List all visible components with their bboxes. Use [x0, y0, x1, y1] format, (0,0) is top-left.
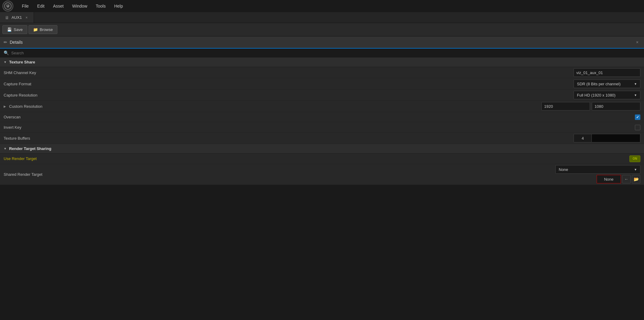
menu-window[interactable]: Window: [69, 2, 91, 10]
texture-buffers-label: Texture Buffers: [4, 134, 337, 142]
capture-resolution-dropdown-value: Full HD (1920 x 1080): [577, 93, 615, 97]
render-target-bottom-row: None ← 📂: [597, 175, 640, 183]
invert-key-value: [337, 124, 640, 131]
shm-channel-key-label: SHM Channel Key: [4, 69, 337, 77]
menu-edit[interactable]: Edit: [34, 2, 48, 10]
overscan-row: Overscan ✓: [0, 112, 644, 122]
use-render-target-row: Use Render Target ON: [0, 154, 644, 164]
shared-render-target-chevron: ▼: [634, 168, 637, 171]
capture-format-dropdown-value: SDR (8 Bits per channel): [577, 82, 621, 86]
custom-resolution-label: ▶ Custom Resolution: [4, 102, 337, 111]
capture-resolution-chevron: ▼: [634, 94, 637, 97]
toolbar: 💾 Save 📁 Browse: [0, 23, 644, 36]
capture-format-value: SDR (8 Bits per channel) ▼: [337, 78, 640, 89]
save-icon: 💾: [7, 27, 12, 32]
capture-format-row: Capture Format SDR (8 Bits per channel) …: [0, 78, 644, 90]
texture-buffers-slider-fill: [592, 134, 640, 142]
save-label: Save: [14, 27, 23, 32]
tab-icon: 🖥: [5, 15, 9, 20]
browse-label: Browse: [40, 27, 53, 32]
details-icon: ✏: [4, 40, 7, 45]
tab-close-button[interactable]: ×: [24, 15, 29, 20]
capture-format-dropdown[interactable]: SDR (8 Bits per channel) ▼: [574, 80, 640, 88]
ue-logo: U: [2, 1, 13, 12]
capture-resolution-dropdown[interactable]: Full HD (1920 x 1080) ▼: [574, 91, 640, 99]
details-close-button[interactable]: ×: [634, 39, 640, 45]
search-icon: 🔍: [4, 50, 9, 55]
menu-asset[interactable]: Asset: [49, 2, 67, 10]
render-target-browse-button[interactable]: 📂: [632, 175, 640, 183]
tab-aux1[interactable]: 🖥 AUX1 ×: [0, 12, 34, 23]
render-target-controls: None ▼ None ← 📂: [555, 165, 640, 183]
texture-buffers-row: Texture Buffers: [0, 133, 644, 144]
details-panel-header: ✏ Details ×: [0, 36, 644, 49]
shm-channel-key-input[interactable]: [574, 68, 640, 77]
custom-resolution-value: [337, 101, 640, 112]
custom-resolution-row: ▶ Custom Resolution: [0, 101, 644, 112]
shm-channel-key-value: [337, 67, 640, 78]
save-button[interactable]: 💾 Save: [2, 25, 27, 34]
capture-resolution-row: Capture Resolution Full HD (1920 x 1080)…: [0, 90, 644, 101]
custom-resolution-height-input[interactable]: [592, 102, 640, 111]
menu-file[interactable]: File: [18, 2, 32, 10]
overscan-label: Overscan: [4, 113, 337, 121]
capture-format-label: Capture Format: [4, 80, 337, 88]
render-target-sharing-chevron: ▼: [4, 147, 7, 150]
search-bar: 🔍: [0, 49, 644, 57]
render-target-sharing-section-header[interactable]: ▼ Render Target Sharing: [0, 144, 644, 154]
capture-format-chevron: ▼: [634, 82, 637, 86]
shared-render-target-label: Shared Render Target: [4, 170, 337, 179]
shm-channel-key-row: SHM Channel Key: [0, 67, 644, 78]
use-render-target-value: ON: [337, 154, 640, 163]
shared-render-target-dropdown-value: None: [559, 167, 568, 172]
shared-render-target-value: None ▼ None ← 📂: [337, 164, 640, 185]
search-input[interactable]: [11, 51, 640, 55]
overscan-value: ✓: [337, 113, 640, 121]
render-target-sharing-title: Render Target Sharing: [9, 146, 51, 151]
invert-key-checkbox[interactable]: [635, 125, 640, 130]
custom-resolution-width-input[interactable]: [541, 102, 590, 111]
texture-buffers-slider-container: [574, 134, 640, 142]
invert-key-label: Invert Key: [4, 123, 337, 131]
shared-render-target-dropdown[interactable]: None ▼: [555, 165, 640, 174]
shared-render-target-row: Shared Render Target None ▼ None ← 📂: [0, 164, 644, 185]
texture-buffers-slider-bar[interactable]: [592, 134, 640, 142]
render-target-top-row: None ▼: [555, 165, 640, 174]
reset-icon: ←: [624, 177, 629, 182]
svg-text:U: U: [7, 4, 9, 8]
texture-share-title: Texture Share: [9, 60, 35, 64]
browse-icon: 📁: [33, 27, 38, 32]
render-target-none-box: None: [597, 175, 621, 183]
tab-bar: 🖥 AUX1 ×: [0, 12, 644, 23]
capture-resolution-label: Capture Resolution: [4, 91, 337, 99]
custom-resolution-expand-icon[interactable]: ▶: [4, 105, 6, 108]
menu-bar: U File Edit Asset Window Tools Help: [0, 0, 644, 12]
details-title: Details: [10, 40, 23, 45]
capture-resolution-value: Full HD (1920 x 1080) ▼: [337, 90, 640, 100]
texture-share-section-header[interactable]: ▼ Texture Share: [0, 57, 644, 67]
texture-buffers-input[interactable]: [574, 134, 592, 142]
menu-help[interactable]: Help: [110, 2, 127, 10]
invert-key-row: Invert Key: [0, 122, 644, 133]
texture-buffers-value: [337, 133, 640, 144]
tab-label: AUX1: [12, 15, 22, 20]
texture-share-chevron: ▼: [4, 60, 7, 64]
browse-button[interactable]: 📁 Browse: [29, 25, 57, 34]
browse-asset-icon: 📂: [634, 177, 639, 182]
overscan-checkbox[interactable]: ✓: [635, 114, 640, 120]
menu-tools[interactable]: Tools: [92, 2, 110, 10]
render-target-reset-button[interactable]: ←: [622, 175, 631, 183]
use-render-target-toggle[interactable]: ON: [629, 155, 640, 162]
use-render-target-label: Use Render Target: [4, 155, 337, 163]
